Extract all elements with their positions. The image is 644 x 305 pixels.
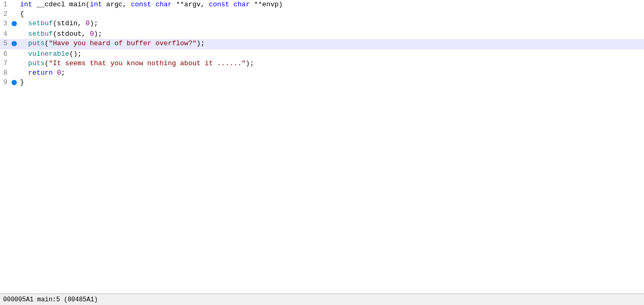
code-line: vulnerable();: [18, 49, 644, 59]
code-line: setbuf(stdin, 0);: [18, 19, 644, 29]
line-number: 7: [0, 59, 11, 68]
breakpoint-indicator[interactable]: [11, 19, 18, 29]
code-line: {: [18, 9, 644, 19]
line-number: 5: [0, 39, 11, 49]
breakpoint-dot: [12, 41, 17, 46]
breakpoint-dot: [12, 21, 17, 26]
table-row: 5 puts("Have you heard of buffer overflo…: [0, 39, 644, 49]
line-number: 1: [0, 0, 11, 9]
table-row: 4 setbuf(stdout, 0);: [0, 29, 644, 39]
line-number: 9: [0, 78, 11, 88]
table-row: 8 return 0;: [0, 68, 644, 78]
code-line: puts("Have you heard of buffer overflow?…: [18, 39, 644, 49]
code-line: setbuf(stdout, 0);: [18, 29, 644, 39]
breakpoint-dot: [12, 80, 17, 85]
table-row: 6 vulnerable();: [0, 49, 644, 59]
breakpoint-indicator[interactable]: [11, 78, 18, 88]
line-number: 6: [0, 49, 11, 59]
table-row: 1int __cdecl main(int argc, const char *…: [0, 0, 644, 9]
breakpoint-indicator[interactable]: [11, 39, 18, 49]
code-editor: 1int __cdecl main(int argc, const char *…: [0, 0, 644, 293]
breakpoint-indicator[interactable]: [11, 29, 18, 39]
table-row: 3 setbuf(stdin, 0);: [0, 19, 644, 29]
breakpoint-indicator[interactable]: [11, 0, 18, 9]
table-row: 9}: [0, 78, 644, 88]
status-text: 000005A1 main:5 (80485A1): [3, 296, 98, 303]
code-line: int __cdecl main(int argc, const char **…: [18, 0, 644, 9]
code-table: 1int __cdecl main(int argc, const char *…: [0, 0, 644, 88]
breakpoint-indicator[interactable]: [11, 68, 18, 78]
code-line: puts("It seems that you know nothing abo…: [18, 59, 644, 68]
breakpoint-indicator[interactable]: [11, 49, 18, 59]
line-number: 8: [0, 68, 11, 78]
table-row: 7 puts("It seems that you know nothing a…: [0, 59, 644, 68]
table-row: 2{: [0, 9, 644, 19]
breakpoint-indicator[interactable]: [11, 9, 18, 19]
line-number: 4: [0, 29, 11, 39]
breakpoint-indicator[interactable]: [11, 59, 18, 68]
line-number: 2: [0, 9, 11, 19]
code-line: return 0;: [18, 68, 644, 78]
status-bar: 000005A1 main:5 (80485A1): [0, 293, 644, 305]
code-line: }: [18, 78, 644, 88]
line-number: 3: [0, 19, 11, 29]
